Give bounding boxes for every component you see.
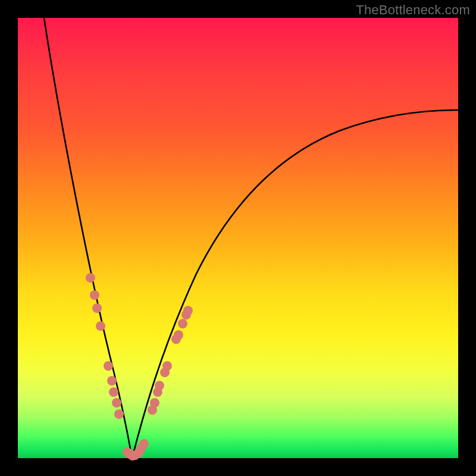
- svg-point-19: [155, 381, 164, 390]
- svg-point-26: [183, 306, 193, 315]
- plot-area: [18, 18, 458, 458]
- svg-point-7: [112, 398, 121, 408]
- svg-point-15: [139, 439, 149, 449]
- svg-point-1: [90, 290, 99, 300]
- svg-point-8: [114, 409, 124, 419]
- svg-point-5: [107, 376, 117, 386]
- dots-left-upper: [86, 273, 105, 331]
- svg-point-23: [174, 330, 183, 340]
- curve-left: [44, 18, 132, 458]
- svg-point-17: [150, 398, 159, 408]
- svg-point-6: [109, 387, 118, 397]
- watermark-text: TheBottleneck.com: [356, 2, 470, 18]
- dots-right-lower: [148, 361, 172, 415]
- svg-point-24: [178, 319, 187, 328]
- curve-layer: [18, 18, 458, 458]
- svg-point-0: [86, 273, 95, 283]
- svg-point-21: [162, 361, 172, 371]
- chart-frame: TheBottleneck.com: [0, 0, 476, 476]
- svg-point-3: [96, 321, 105, 331]
- svg-point-2: [92, 303, 102, 313]
- curve-right: [132, 110, 458, 458]
- svg-point-4: [104, 361, 113, 371]
